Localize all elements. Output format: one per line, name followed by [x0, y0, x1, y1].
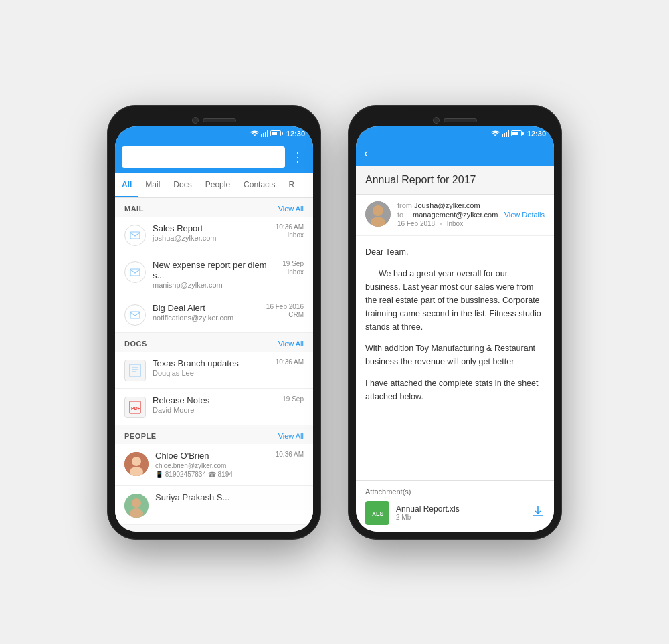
mail-item-3-sub: notifications@zylker.com — [153, 314, 260, 322]
status-time-2: 12:30 — [527, 130, 546, 138]
people-item-1-meta: 10:36 AM — [276, 451, 304, 458]
mail-section-title: MAIL — [124, 205, 144, 213]
attachments-section: Attachment(s) XLS Annual Report.xls 2 Mb — [356, 480, 554, 532]
status-bar-1: 12:30 — [115, 126, 313, 141]
doc-item-2[interactable]: PDF Release Notes David Moore 19 Sep — [115, 389, 313, 425]
phone-1-screen: 12:30 ⋮ All Mail Docs People Contacts R — [115, 126, 313, 532]
phone-1: 12:30 ⋮ All Mail Docs People Contacts R — [107, 105, 321, 540]
people-view-all[interactable]: View All — [278, 432, 304, 440]
docs-view-all[interactable]: View All — [278, 340, 304, 348]
avatar-chloe — [124, 452, 149, 476]
svg-point-11 — [132, 457, 141, 466]
doc-item-1[interactable]: Texas Branch updates Douglas Lee 10:36 A… — [115, 352, 313, 389]
email-header-bar: ‹ — [356, 141, 554, 166]
signal-icon — [261, 130, 268, 137]
mail-item-3[interactable]: Big Deal Alert notifications@zylker.com … — [115, 296, 313, 333]
attachments-label: Attachment(s) — [365, 488, 545, 496]
from-value: Jousha@zylker.com — [414, 201, 480, 209]
svg-rect-4 — [130, 364, 140, 377]
mail-item-1-title: Sales Report — [153, 223, 269, 233]
mail-item-1-time: 10:36 AM — [276, 223, 304, 231]
doc-item-1-body: Texas Branch updates Douglas Lee — [153, 358, 269, 377]
mail-item-1-body: Sales Report joshua@zylker.com — [153, 223, 269, 242]
signal-icon-2 — [502, 130, 509, 137]
mail-item-3-title: Big Deal Alert — [153, 303, 260, 313]
doc-item-1-sub: Douglas Lee — [153, 369, 269, 377]
svg-marker-0 — [253, 134, 256, 136]
people-item-1-ext: 8194 — [218, 471, 233, 478]
phone-2-screen: 12:30 ‹ Annual Report for 2017 — [356, 126, 554, 532]
mail-view-all[interactable]: View All — [278, 205, 304, 213]
search-header: ⋮ — [115, 141, 313, 173]
mail-section-header: MAIL View All — [115, 198, 313, 217]
xls-icon: XLS — [365, 501, 389, 525]
search-input[interactable] — [127, 152, 280, 162]
battery-icon — [270, 130, 281, 136]
tab-people[interactable]: People — [199, 173, 237, 197]
tab-docs[interactable]: Docs — [167, 173, 198, 197]
doc-item-2-time: 19 Sep — [282, 395, 304, 403]
mail-item-2[interactable]: New expense report per diem s... manishp… — [115, 253, 313, 296]
mail-item-3-tag: CRM — [266, 311, 304, 318]
phone-speaker — [203, 118, 236, 122]
doc-item-1-title: Texas Branch updates — [153, 358, 269, 368]
view-details[interactable]: View Details — [504, 211, 545, 219]
svg-point-14 — [132, 498, 141, 508]
svg-rect-3 — [130, 312, 140, 318]
status-bar-2: 12:30 — [356, 126, 554, 141]
doc-item-2-meta: 19 Sep — [282, 395, 304, 403]
from-row: from Jousha@zylker.com — [397, 201, 545, 209]
email-inbox: Inbox — [447, 220, 463, 227]
to-row: to management@zylker.com View Details — [397, 211, 545, 219]
search-box[interactable] — [122, 146, 285, 168]
people-item-2[interactable]: Suriya Prakash S... — [115, 486, 313, 525]
tab-all[interactable]: All — [115, 173, 138, 197]
people-item-2-name: Suriya Prakash S... — [155, 492, 304, 502]
doc-item-1-meta: 10:36 AM — [276, 358, 304, 366]
phone-2-camera — [433, 117, 440, 124]
people-section-title: PEOPLE — [124, 432, 157, 440]
mail-icon-2 — [124, 261, 146, 283]
email-body: Dear Team, We had a great year overall f… — [356, 236, 554, 480]
dots-menu[interactable]: ⋮ — [289, 148, 306, 166]
mail-icon-1 — [124, 225, 146, 246]
email-subject: Annual Report for 2017 — [365, 174, 545, 186]
phone-2-top-bar — [356, 113, 554, 126]
content-area-1: MAIL View All Sales Report joshua@zylker… — [115, 198, 313, 532]
back-button[interactable]: ‹ — [364, 146, 368, 160]
mail-item-3-time: 16 Feb 2016 — [266, 303, 304, 310]
mail-item-2-tag: Inbox — [282, 268, 304, 276]
email-para1: We had a great year overall for our busi… — [365, 267, 545, 334]
to-label: to — [397, 211, 411, 219]
battery-icon-2 — [511, 130, 522, 136]
date-row: 16 Feb 2018 • Inbox — [397, 220, 545, 227]
avatar-suriya — [124, 494, 149, 518]
phone-2: 12:30 ‹ Annual Report for 2017 — [348, 105, 562, 540]
svg-text:PDF: PDF — [131, 406, 141, 411]
svg-marker-16 — [494, 134, 496, 136]
mail-item-3-body: Big Deal Alert notifications@zylker.com — [153, 303, 260, 322]
download-button[interactable] — [531, 504, 545, 521]
mail-item-1-tag: Inbox — [276, 231, 304, 239]
status-time-1: 12:30 — [286, 130, 305, 138]
docs-section-title: DOCS — [124, 340, 147, 348]
people-item-1-mobile: 81902457834 — [165, 471, 206, 478]
tab-r[interactable]: R — [282, 173, 301, 197]
doc-item-2-body: Release Notes David Moore — [153, 395, 276, 414]
mail-item-1[interactable]: Sales Report joshua@zylker.com 10:36 AM … — [115, 217, 313, 253]
phone-camera — [192, 117, 199, 124]
mail-item-1-sub: joshua@zylker.com — [153, 234, 269, 242]
tab-mail[interactable]: Mail — [138, 173, 167, 197]
wifi-icon — [250, 130, 259, 137]
tab-contacts[interactable]: Contacts — [237, 173, 282, 197]
mail-item-2-title: New expense report per diem s... — [153, 260, 276, 280]
phone-2-speaker — [444, 118, 477, 122]
people-item-1-name: Chloe O'Brien — [155, 451, 269, 461]
doc-item-2-sub: David Moore — [153, 406, 276, 414]
svg-text:XLS: XLS — [372, 510, 384, 517]
phone-mobile-icon: 📱 — [155, 471, 165, 478]
people-item-1-body: Chloe O'Brien chloe.brien@zylker.com 📱 8… — [155, 451, 269, 478]
status-icons-2 — [491, 130, 522, 137]
attachment-info: Annual Report.xls 2 Mb — [396, 504, 524, 521]
people-item-1[interactable]: Chloe O'Brien chloe.brien@zylker.com 📱 8… — [115, 444, 313, 486]
